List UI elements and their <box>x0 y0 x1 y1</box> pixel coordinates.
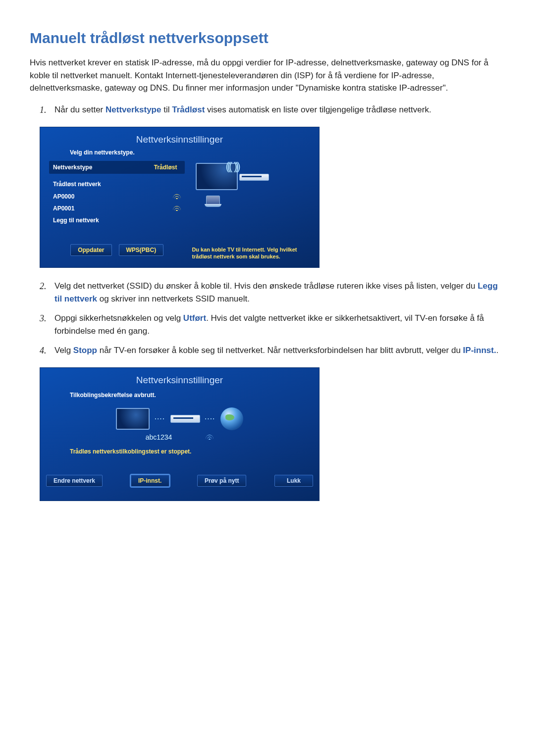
step-2-text: Velg det nettverket (SSID) du ønsker å k… <box>54 280 505 305</box>
wifi-icon <box>173 205 181 211</box>
router-icon <box>170 415 200 423</box>
tv-icon <box>116 408 150 430</box>
close-button[interactable]: Lukk <box>274 475 313 487</box>
keyword-nettverkstype: Nettverkstype <box>106 105 161 114</box>
step-number: 1. <box>40 103 54 117</box>
network-type-label: Nettverkstype <box>53 164 92 171</box>
panel1-hint: Du kan koble TV til Internett. Velg hvil… <box>192 246 310 261</box>
laptop-icon <box>205 196 221 208</box>
step-3-text: Oppgi sikkerhetsnøkkelen og velg Utført.… <box>54 312 505 337</box>
add-network-label: Legg til nettverk <box>53 217 99 224</box>
network-name: AP0000 <box>53 193 74 200</box>
router-icon <box>239 174 269 181</box>
network-name: AP0001 <box>53 205 74 212</box>
wireless-waves-icon: ((( ))) <box>225 160 238 173</box>
connection-illustration: ((( ))) <box>196 163 275 217</box>
dots-icon: ···· <box>155 415 165 422</box>
step-4-text: Velg Stopp når TV-en forsøker å koble se… <box>54 344 505 357</box>
wifi-icon <box>173 194 181 200</box>
keyword-stopp: Stopp <box>73 346 97 355</box>
step-number: 3. <box>40 312 54 337</box>
network-type-value: Trådløst <box>154 164 181 171</box>
refresh-button[interactable]: Oppdater <box>70 244 111 256</box>
intro-paragraph: Hvis nettverket krever en statisk IP-adr… <box>30 56 505 95</box>
panel2-ssid: abc1234 <box>146 433 172 441</box>
panel2-message: Trådløs nettverkstilkoblingstest er stop… <box>70 448 289 475</box>
panel2-status: Tilkoblingsbekreftelse avbrutt. <box>70 390 289 404</box>
network-item-ap0000[interactable]: AP0000 <box>49 191 185 202</box>
steps-list: 1. Når du setter Nettverkstype til Trådl… <box>30 103 505 117</box>
network-type-row[interactable]: Nettverkstype Trådløst <box>49 161 185 174</box>
keyword-utfort: Utført <box>183 313 206 323</box>
network-settings-panel-2: Nettverksinnstillinger Tilkoblingsbekref… <box>40 367 320 501</box>
ip-settings-button[interactable]: IP-innst. <box>131 475 169 487</box>
page-title: Manuelt trådløst nettverksoppsett <box>30 30 505 47</box>
globe-icon <box>220 407 243 430</box>
change-network-button[interactable]: Endre nettverk <box>46 475 103 487</box>
retry-button[interactable]: Prøv på nytt <box>197 475 246 487</box>
step-number: 2. <box>40 280 54 305</box>
dots-icon: ···· <box>205 415 215 422</box>
keyword-ip-innst: IP-innst. <box>463 346 496 355</box>
panel2-title: Nettverksinnstillinger <box>40 368 319 390</box>
add-network-row[interactable]: Legg til nettverk <box>49 214 185 226</box>
wifi-icon <box>206 434 214 440</box>
panel1-title: Nettverksinnstillinger <box>40 127 319 149</box>
panel1-instruction: Velg din nettverkstype. <box>40 149 319 156</box>
wireless-section-label: Trådløst nettverk <box>49 174 185 191</box>
wps-button[interactable]: WPS(PBC) <box>119 244 164 256</box>
steps-list-cont: 2. Velg det nettverket (SSID) du ønsker … <box>30 280 505 357</box>
network-settings-panel-1: Nettverksinnstillinger Velg din nettverk… <box>40 127 320 268</box>
connection-diagram: ···· ···· <box>70 407 289 430</box>
step-1-text: Når du setter Nettverkstype til Trådløst… <box>54 103 505 117</box>
keyword-tradlost: Trådløst <box>172 105 205 114</box>
step-number: 4. <box>40 344 54 357</box>
network-item-ap0001[interactable]: AP0001 <box>49 202 185 214</box>
